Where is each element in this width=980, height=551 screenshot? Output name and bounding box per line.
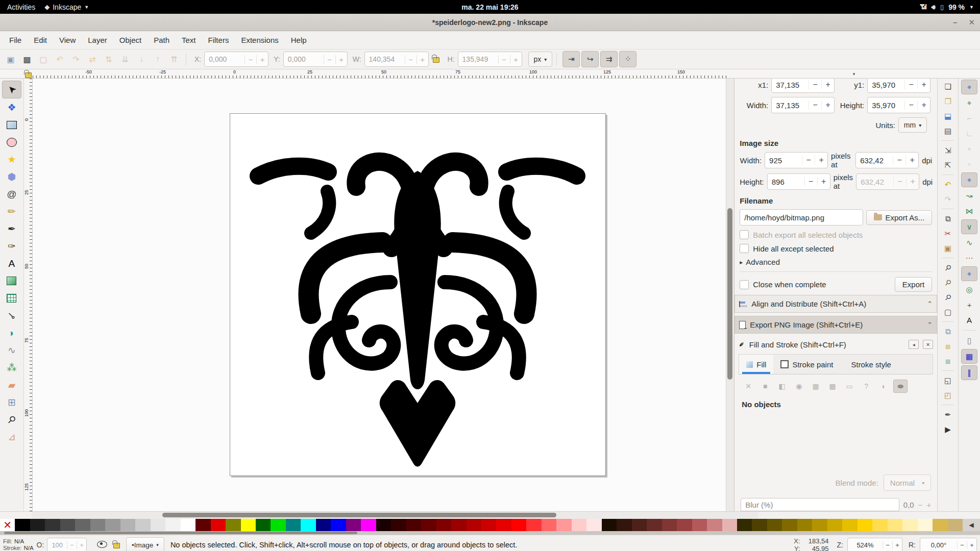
snap-path-intersections-button[interactable]: ⋈ bbox=[962, 204, 977, 218]
gradient-tool[interactable] bbox=[3, 272, 21, 289]
palette-swatch[interactable] bbox=[226, 519, 240, 531]
cut-button[interactable]: ✂ bbox=[940, 227, 955, 240]
toolbar-overflow-button[interactable]: ▶ bbox=[940, 422, 955, 436]
tab-stroke-style[interactable]: Stroke style bbox=[840, 355, 898, 374]
palette-swatch[interactable] bbox=[556, 519, 571, 531]
menu-item[interactable]: Help bbox=[286, 34, 312, 46]
palette-swatch[interactable] bbox=[286, 519, 301, 531]
snap-bbox-centers-button[interactable]: ▫ bbox=[962, 157, 977, 171]
palette-swatch[interactable] bbox=[647, 519, 662, 531]
x-input[interactable]: 0,000−+ bbox=[204, 52, 268, 67]
palette-swatch[interactable] bbox=[451, 519, 466, 531]
snap-bbox-corners-button[interactable]: ∟ bbox=[962, 127, 977, 140]
y1-input[interactable]: 35,970−+ bbox=[867, 79, 930, 93]
spray-tool[interactable]: ⁂ bbox=[3, 359, 21, 376]
height-mm-input[interactable]: 35,970−+ bbox=[867, 97, 930, 113]
palette-swatch[interactable] bbox=[316, 519, 331, 531]
palette-swatch[interactable] bbox=[271, 519, 285, 531]
document-page[interactable] bbox=[230, 113, 606, 476]
x1-input[interactable]: 37,135−+ bbox=[771, 79, 835, 93]
palette-swatch[interactable] bbox=[767, 519, 782, 531]
node-tool[interactable]: ❖ bbox=[3, 99, 21, 116]
snap-rotation-centers-button[interactable]: + bbox=[962, 298, 977, 312]
export-as-button[interactable]: Export As... bbox=[866, 210, 933, 225]
paint-radial-gradient-button[interactable]: ◉ bbox=[792, 380, 805, 392]
lower-to-bottom-button[interactable]: ⇊ bbox=[117, 52, 133, 66]
palette-swatch[interactable] bbox=[135, 519, 150, 531]
tab-fill[interactable]: Fill bbox=[739, 355, 773, 374]
transform-affect-toggle[interactable]: ⁘ bbox=[619, 51, 636, 67]
activities-button[interactable]: Activities bbox=[7, 3, 35, 11]
snap-enable-button[interactable]: ⌖ bbox=[961, 80, 977, 94]
snap-bbox-edges-button[interactable]: ⌐ bbox=[962, 111, 977, 125]
duplicate-button[interactable]: ⧉ bbox=[940, 324, 955, 338]
palette-swatch[interactable] bbox=[707, 519, 722, 531]
filename-input[interactable]: /home/hoyd/bitmap.png bbox=[740, 209, 863, 226]
new-document-button[interactable]: ❏ bbox=[940, 80, 955, 93]
horizontal-scrollbar[interactable] bbox=[32, 512, 758, 519]
palette-swatch[interactable] bbox=[662, 519, 677, 531]
unlink-clone-button[interactable]: ⧈ bbox=[940, 354, 955, 368]
opacity-input[interactable]: 100−+ bbox=[47, 538, 87, 551]
guide-lock-icon[interactable] bbox=[0, 69, 33, 78]
fill-stroke-panel-header[interactable]: ✒ Fill and Stroke (Shift+Ctrl+F) ◂ ✕ bbox=[734, 337, 937, 352]
current-layer-dropdown[interactable]: •Image▾ bbox=[126, 537, 164, 551]
paint-help-button[interactable]: ? bbox=[860, 380, 873, 392]
flip-vertical-button[interactable]: ⇅ bbox=[101, 52, 116, 66]
ellipse-tool[interactable] bbox=[3, 134, 21, 151]
palette-swatch[interactable] bbox=[406, 519, 421, 531]
palette-swatch[interactable] bbox=[75, 519, 90, 531]
hide-except-checkbox[interactable] bbox=[740, 244, 749, 253]
minimize-button[interactable]: – bbox=[953, 18, 957, 27]
zoom-page-width-button[interactable]: ▢ bbox=[940, 305, 955, 319]
menu-item[interactable]: Path bbox=[149, 34, 175, 46]
palette-swatch[interactable] bbox=[151, 519, 165, 531]
palette-swatch[interactable] bbox=[105, 519, 120, 531]
paint-swatch-button[interactable]: ▩ bbox=[826, 380, 839, 392]
paint-flat-button[interactable]: ■ bbox=[758, 380, 772, 392]
measure-tool[interactable]: ⊿ bbox=[3, 429, 21, 445]
close-when-complete-checkbox[interactable] bbox=[740, 280, 749, 289]
text-tool[interactable]: A bbox=[3, 255, 21, 272]
layer-lock-icon[interactable] bbox=[113, 540, 120, 550]
snap-page-border-button[interactable]: ▯ bbox=[962, 334, 977, 347]
layer-visibility-icon[interactable] bbox=[97, 541, 107, 549]
rotate-cw-button[interactable]: ↷ bbox=[68, 52, 84, 66]
select-all-button[interactable]: ▣ bbox=[3, 52, 18, 66]
palette-swatch[interactable] bbox=[256, 519, 271, 531]
palette-swatch[interactable] bbox=[467, 519, 481, 531]
palette-swatch[interactable] bbox=[361, 519, 376, 531]
box3d-tool[interactable]: ⬢ bbox=[3, 168, 21, 185]
palette-swatch[interactable] bbox=[165, 519, 180, 531]
palette-swatch[interactable] bbox=[301, 519, 315, 531]
connector-tool[interactable]: ⊞ bbox=[3, 394, 21, 411]
spiral-tool[interactable]: @ bbox=[3, 186, 21, 203]
create-clone-button[interactable]: ⧈ bbox=[940, 339, 955, 353]
deselect-button[interactable]: ▢ bbox=[36, 52, 51, 66]
panel-close-button[interactable]: ✕ bbox=[923, 340, 933, 349]
rectangle-tool[interactable] bbox=[3, 116, 21, 133]
menu-item[interactable]: Layer bbox=[83, 34, 112, 46]
fill-stroke-indicator[interactable]: Fill:N/A Stroke:N/A bbox=[3, 538, 34, 551]
export-units-dropdown[interactable]: mm▾ bbox=[898, 117, 927, 133]
palette-swatch[interactable] bbox=[602, 519, 617, 531]
palette-swatch[interactable] bbox=[496, 519, 511, 531]
palette-swatch[interactable] bbox=[948, 519, 963, 531]
rotate-ccw-button[interactable]: ↶ bbox=[52, 52, 67, 66]
move-gradients-toggle[interactable]: ⇥ bbox=[562, 51, 580, 67]
vertical-scrollbar-thumb[interactable] bbox=[727, 208, 732, 380]
align-distribute-panel-header[interactable]: Align and Distribute (Shift+Ctrl+A) ⌃ bbox=[734, 295, 937, 313]
copy-button[interactable]: ⧉ bbox=[940, 212, 955, 226]
menu-item[interactable]: View bbox=[54, 34, 81, 46]
pencil-tool[interactable]: ✏ bbox=[3, 203, 21, 220]
zoom-input[interactable]: 524% −+ bbox=[847, 538, 902, 551]
palette-swatch[interactable] bbox=[797, 519, 812, 531]
palette-swatch[interactable] bbox=[211, 519, 226, 531]
snap-cusp-nodes-button[interactable]: ∨ bbox=[961, 219, 977, 234]
window-titlebar[interactable]: *speiderlogo-new2.png - Inkscape – ✕ bbox=[0, 14, 980, 31]
palette-swatch[interactable] bbox=[481, 519, 496, 531]
menu-item[interactable]: File bbox=[4, 34, 27, 46]
snap-nodes-button[interactable]: ⌖ bbox=[961, 172, 977, 187]
palette-swatch[interactable] bbox=[421, 519, 436, 531]
vertical-scrollbar[interactable] bbox=[726, 79, 734, 511]
